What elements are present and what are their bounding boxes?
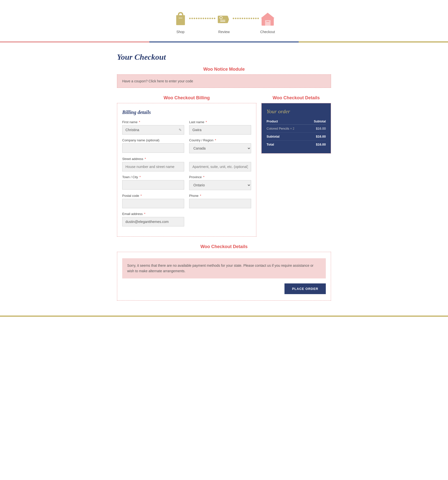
street-input[interactable] [122,162,184,171]
col-subtotal: Subtotal [308,118,326,125]
name-row: First name * ✎ Last name * [122,120,251,135]
town-input[interactable] [122,180,184,190]
first-name-label: First name * [122,120,184,124]
details-column: Woo Checkout Details Your order Product … [261,95,331,154]
details-section-title: Woo Checkout Details [273,95,320,100]
country-label: Country / Region * [189,138,251,142]
phone-input[interactable] [189,199,251,208]
company-input[interactable] [122,143,184,153]
email-input[interactable] [122,217,184,226]
bottom-section: Woo Checkout Details Sorry, it seems tha… [117,244,331,301]
step-shop-label: Shop [176,30,185,34]
place-order-row: PLACE ORDER [122,283,326,294]
town-province-row: Town / City * Province * Ontario British… [122,175,251,190]
total-value: $16.00 [308,141,326,149]
province-group: Province * Ontario British Columbia Albe… [189,175,251,190]
first-name-input[interactable] [122,125,184,135]
table-row: Colored Pencils × 2 $16.00 [267,125,326,133]
svg-rect-1 [179,18,182,18]
shop-icon [172,10,189,27]
town-group: Town / City * [122,175,184,190]
first-name-group: First name * ✎ [122,120,184,135]
dots-2 [233,18,259,26]
order-title: Your order [267,108,326,115]
phone-group: Phone * [189,194,251,208]
product-subtotal: $16.00 [308,125,326,133]
street-label: Street address * [122,157,184,161]
billing-box: Billing details First name * ✎ [117,103,256,237]
progress-section: Shop Review [0,0,448,43]
bar-gold [299,41,448,43]
place-order-button[interactable]: PLACE ORDER [284,283,326,294]
postal-input[interactable] [122,199,184,208]
step-checkout[interactable]: Checkout [259,10,276,34]
email-label: Email address * [122,212,184,216]
postal-label: Postal code * [122,194,184,198]
main-content: Your Checkout Woo Notice Module Have a c… [112,53,336,301]
province-label: Province * [189,175,251,179]
step-review[interactable]: Review [215,10,233,34]
company-group: Company name (optional) [122,138,184,153]
email-row: Email address * [122,212,251,226]
coupon-text: Have a coupon? Click here to enter your … [122,79,193,83]
town-label: Town / City * [122,175,184,179]
svg-marker-3 [228,16,229,23]
dots-1 [189,18,215,26]
postal-group: Postal code * [122,194,184,208]
progress-steps: Shop Review [137,10,311,34]
subtotal-value: $16.00 [308,133,326,141]
bar-blue [149,41,299,43]
billing-section-header: Woo Checkout Billing [117,95,256,101]
province-select[interactable]: Ontario British Columbia Alberta Quebec [189,180,251,190]
payment-section-title: Woo Checkout Details [200,244,248,249]
step-review-label: Review [218,30,230,34]
subtotal-row: Subtotal $16.00 [267,133,326,141]
details-section-header: Woo Checkout Details [261,95,331,101]
product-name: Colored Pencils × 2 [267,125,308,133]
review-icon [215,10,233,27]
phone-label: Phone * [189,194,251,198]
payment-box: Sorry, it seems that there are no availa… [117,252,331,301]
svg-rect-9 [265,20,271,26]
coupon-box[interactable]: Have a coupon? Click here to enter your … [117,74,331,88]
last-name-group: Last name * [189,120,251,135]
last-name-label: Last name * [189,120,251,124]
step-shop[interactable]: Shop [172,10,189,34]
postal-phone-row: Postal code * Phone * [122,194,251,208]
billing-section-title: Woo Checkout Billing [164,95,210,100]
col-product: Product [267,118,308,125]
checkout-columns: Woo Checkout Billing Billing details Fir… [117,95,331,237]
street-row: Street address * Apt [122,157,251,171]
notice-module-title: Woo Notice Module [117,67,331,72]
email-group: Email address * [122,212,184,226]
payment-section-header: Woo Checkout Details [117,244,331,249]
subtotal-label: Subtotal [267,133,308,141]
last-name-input[interactable] [189,125,251,135]
first-name-input-wrap: ✎ [122,125,184,135]
svg-rect-10 [266,21,269,22]
progress-color-bar [0,41,448,43]
svg-rect-2 [218,16,228,23]
footer-bar [0,316,448,317]
country-select[interactable]: Canada United States United Kingdom [189,143,251,153]
billing-box-title: Billing details [122,109,251,115]
order-box: Your order Product Subtotal Colored Pe [262,103,331,153]
street-group: Street address * [122,157,184,171]
email-spacer [189,212,251,226]
total-row: Total $16.00 [267,141,326,149]
bar-pink [0,41,149,43]
step-checkout-label: Checkout [260,30,275,34]
payment-notice: Sorry, it seems that there are no availa… [122,258,326,278]
company-label: Company name (optional) [122,138,184,142]
edit-icon: ✎ [179,128,182,132]
svg-rect-0 [176,15,185,25]
apt-group: Apt [189,157,251,171]
order-details-box: Your order Product Subtotal Colored Pe [261,103,331,154]
total-label: Total [267,141,308,149]
billing-column: Woo Checkout Billing Billing details Fir… [117,95,256,237]
order-table: Product Subtotal Colored Pencils × 2 $16… [267,118,326,148]
country-group: Country / Region * Canada United States … [189,138,251,153]
company-country-row: Company name (optional) Country / Region… [122,138,251,153]
apt-input[interactable] [189,162,251,171]
checkout-icon [259,10,276,27]
